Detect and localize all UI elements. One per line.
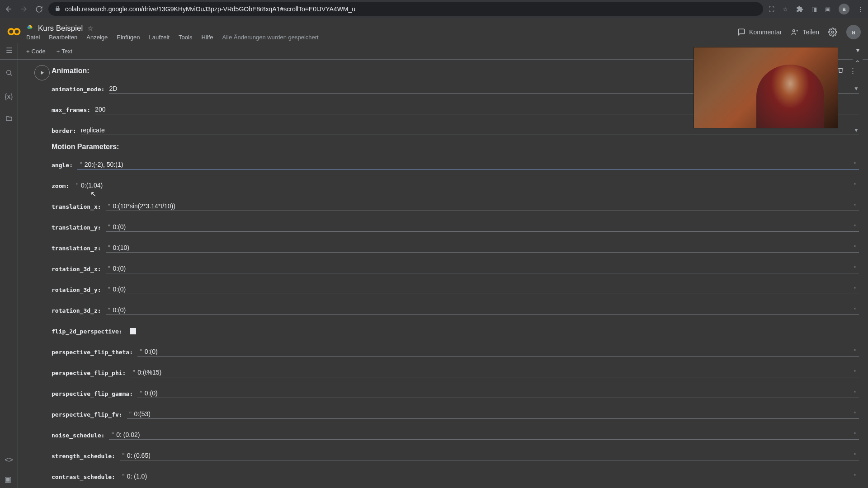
param-label: zoom: — [52, 183, 69, 189]
param-label: translation_x: — [52, 203, 101, 210]
user-avatar[interactable]: a — [846, 25, 861, 39]
menu-help[interactable]: Hilfe — [201, 34, 213, 41]
terminal-icon[interactable]: ▣ — [5, 475, 13, 483]
quote-icon: " — [852, 244, 859, 251]
input-translation_x[interactable] — [113, 202, 852, 210]
param-angle: angle:"" — [52, 156, 859, 174]
toc-icon[interactable]: ☰ — [6, 46, 12, 55]
param-label: translation_y: — [52, 224, 101, 231]
input-perspective_flip_fv[interactable] — [134, 410, 852, 418]
param-perspective_flip_gamma: perspective_flip_gamma:"" — [52, 385, 859, 402]
field-wrap: "" — [130, 369, 859, 377]
menu-tools[interactable]: Tools — [179, 34, 192, 41]
quote-icon: " — [852, 306, 859, 313]
lock-icon — [55, 5, 61, 13]
quote-icon: " — [852, 473, 859, 479]
field-wrap: "" — [106, 286, 859, 294]
input-rotation_3d_x[interactable] — [113, 265, 852, 272]
input-zoom[interactable] — [81, 182, 852, 189]
chevron-down-icon[interactable]: ▼ — [854, 85, 859, 92]
param-label: flip_2d_perspective: — [52, 328, 123, 335]
quote-icon: " — [106, 306, 113, 313]
field-wrap: "" — [74, 182, 859, 190]
add-text-button[interactable]: + Text — [53, 46, 76, 56]
add-code-button[interactable]: + Code — [23, 46, 49, 56]
input-strength_schedule[interactable] — [127, 452, 852, 459]
param-label: rotation_3d_y: — [52, 286, 101, 293]
input-translation_y[interactable] — [113, 223, 852, 230]
menu-edit[interactable]: Bearbeiten — [49, 34, 77, 41]
notebook-title[interactable]: Kurs Beispiel — [38, 24, 83, 33]
run-cell-button[interactable] — [34, 65, 50, 80]
colab-logo-icon[interactable] — [7, 25, 21, 40]
browser-right-icons: ⛶ ☆ ◨ ▣ a ⋮ — [769, 4, 863, 14]
title-block: Kurs Beispiel ☆ Datei Bearbeiten Anzeige… — [26, 24, 319, 41]
svg-point-1 — [14, 28, 20, 34]
input-perspective_flip_phi[interactable] — [137, 369, 852, 376]
favorite-star-icon[interactable]: ☆ — [87, 24, 93, 33]
browser-avatar[interactable]: a — [839, 4, 849, 14]
param-label: noise_schedule: — [52, 432, 104, 439]
browser-menu-icon[interactable]: ⋮ — [858, 6, 863, 13]
param-rotation_3d_y: rotation_3d_y:"" — [52, 281, 859, 298]
code-snippets-icon[interactable]: <> — [5, 456, 13, 464]
url-bar[interactable]: colab.research.google.com/drive/13G9KHyM… — [48, 2, 763, 16]
delete-cell-icon[interactable] — [837, 67, 844, 75]
quote-icon: " — [106, 202, 113, 209]
nav-icons — [5, 5, 43, 13]
settings-icon[interactable] — [828, 28, 837, 37]
param-rotation_3d_z: rotation_3d_z:"" — [52, 302, 859, 319]
param-translation_z: translation_z:"" — [52, 239, 859, 257]
field-wrap: "" — [120, 452, 859, 460]
translate-icon[interactable]: ⛶ — [769, 6, 774, 13]
forward-icon[interactable] — [20, 5, 28, 13]
input-perspective_flip_gamma[interactable] — [145, 389, 852, 397]
svg-point-3 — [832, 31, 834, 33]
input-rotation_3d_z[interactable] — [113, 306, 852, 314]
param-perspective_flip_phi: perspective_flip_phi:"" — [52, 364, 859, 381]
menu-file[interactable]: Datei — [26, 34, 40, 41]
menu-insert[interactable]: Einfügen — [117, 34, 140, 41]
back-icon[interactable] — [5, 5, 13, 13]
input-rotation_3d_y[interactable] — [113, 286, 852, 293]
checkbox-flip_2d_perspective[interactable] — [130, 328, 136, 334]
reload-icon[interactable] — [35, 5, 43, 13]
param-label: perspective_flip_theta: — [52, 349, 133, 356]
field-wrap: "" — [106, 223, 859, 232]
comment-button[interactable]: Kommentar — [737, 28, 782, 36]
input-translation_z[interactable] — [113, 244, 852, 251]
save-status[interactable]: Alle Änderungen wurden gespeichert — [222, 34, 318, 41]
files-icon[interactable] — [5, 115, 13, 124]
chevron-down-icon[interactable]: ▼ — [854, 127, 859, 133]
cell-menu-icon[interactable]: ⋮ — [849, 67, 856, 75]
extensions-icon[interactable] — [796, 5, 803, 13]
search-icon[interactable] — [5, 69, 13, 78]
menu-runtime[interactable]: Laufzeit — [149, 34, 170, 41]
share-button[interactable]: Teilen — [791, 28, 819, 36]
input-contrast_schedule[interactable] — [127, 473, 852, 480]
svg-point-2 — [793, 30, 795, 32]
input-noise_schedule[interactable] — [116, 431, 852, 438]
input-angle[interactable] — [85, 161, 852, 168]
param-label: strength_schedule: — [52, 453, 115, 460]
section-motion: Motion Parameters: — [52, 143, 859, 151]
quote-icon: " — [120, 473, 127, 479]
menu-view[interactable]: Anzeige — [86, 34, 108, 41]
drive-icon — [26, 24, 33, 32]
variables-icon[interactable]: {x} — [5, 93, 13, 101]
param-flip_2d_perspective: flip_2d_perspective: — [52, 323, 859, 340]
incognito-icon[interactable]: ◨ — [811, 6, 817, 13]
connect-dropdown-icon[interactable]: ▾ — [853, 45, 863, 55]
param-zoom: zoom:"" — [52, 177, 859, 194]
panel-icon[interactable]: ▣ — [825, 6, 830, 13]
param-strength_schedule: strength_schedule:"" — [52, 447, 859, 465]
param-label: translation_z: — [52, 245, 101, 252]
star-icon[interactable]: ☆ — [783, 6, 788, 13]
quote-icon: " — [852, 182, 859, 188]
input-perspective_flip_theta[interactable] — [145, 348, 852, 355]
field-wrap: "" — [106, 202, 859, 211]
field-wrap: "" — [137, 389, 859, 398]
collapse-icon[interactable]: ⌃ — [853, 58, 863, 68]
app-header: Kurs Beispiel ☆ Datei Bearbeiten Anzeige… — [0, 18, 868, 43]
header-right: Kommentar Teilen a — [737, 25, 861, 39]
